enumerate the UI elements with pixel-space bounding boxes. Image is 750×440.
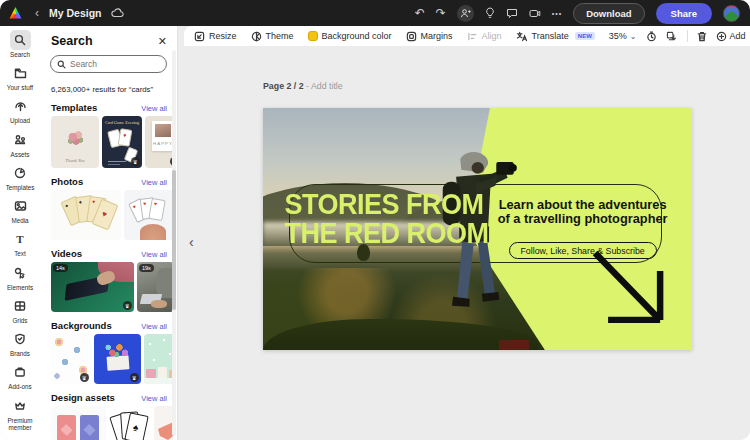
sidebar-item-text[interactable]: T Text — [0, 229, 40, 257]
crown-icon — [10, 396, 31, 416]
sidebar-item-assets[interactable]: Assets — [0, 130, 40, 158]
sidebar-item-your-stuff[interactable]: Your stuff — [0, 63, 40, 91]
design-asset-thumbnail[interactable] — [154, 406, 173, 440]
templates-row: Thank You Card Game Evening ♦ ♛ HAPPY ♛ — [51, 116, 173, 168]
timer-button[interactable] — [646, 31, 657, 42]
download-button[interactable]: Download — [573, 3, 644, 24]
canvas-page[interactable]: STORIES FROM THE RED ROOM Learn about th… — [263, 108, 692, 350]
search-panel: Search ✕ 6,263,000+ results for “cards” … — [40, 26, 178, 440]
premium-badge-icon: ♛ — [130, 373, 139, 382]
comments-icon[interactable] — [506, 8, 518, 19]
translate-button[interactable]: Translate NEW — [516, 31, 595, 42]
background-thumbnail[interactable] — [144, 334, 173, 384]
premium-badge-icon: ♛ — [131, 157, 140, 166]
panel-scrollbar-thumb[interactable] — [172, 170, 176, 310]
photo-thumbnail[interactable]: ♠ ♠ ♥ ♥ — [51, 190, 121, 240]
multipage-icon — [666, 31, 678, 42]
context-toolbar: Resize Theme Background color Margins Al… — [184, 26, 750, 46]
panel-scrollbar — [172, 50, 176, 436]
sidebar-item-elements[interactable]: Elements — [0, 263, 40, 291]
margins-button[interactable]: Margins — [406, 31, 453, 42]
section-title-videos: Videos — [51, 248, 82, 259]
resize-button[interactable]: Resize — [194, 31, 237, 42]
close-icon[interactable]: ✕ — [158, 35, 167, 48]
design-subtitle-text[interactable]: Learn about the adventures of a travelli… — [486, 198, 679, 227]
video-duration-badge: 19s — [139, 264, 154, 272]
zoom-level-control[interactable]: 35% ⌄ — [609, 31, 637, 41]
photos-row: ♠ ♠ ♥ ♥ ♥ ♥ ♥ — [51, 190, 173, 240]
video-thumbnail[interactable]: 14s ♛ — [51, 262, 134, 312]
translate-icon — [516, 31, 528, 42]
toolbar-divider — [687, 30, 688, 42]
add-collaborator-icon[interactable] — [457, 5, 474, 22]
view-all-backgrounds-link[interactable]: View all — [141, 322, 167, 331]
trash-icon — [697, 31, 707, 42]
workspace: Resize Theme Background color Margins Al… — [178, 26, 750, 440]
sidebar-item-upload[interactable]: Upload — [0, 96, 40, 124]
background-thumbnail[interactable]: ♛ — [51, 334, 91, 384]
design-asset-thumbnail[interactable]: ♛ — [51, 406, 106, 440]
search-input-wrapper — [50, 55, 167, 73]
photo-thumbnail[interactable]: ♥ ♥ ♥ — [124, 190, 173, 240]
background-thumbnail[interactable]: ♛ — [94, 334, 141, 384]
theme-icon — [251, 31, 262, 42]
more-options-icon[interactable]: ••• — [552, 10, 562, 17]
theme-button[interactable]: Theme — [251, 31, 294, 42]
arrow-down-right-icon[interactable] — [589, 248, 666, 323]
page-indicator: Page 2 / 2 - Add title — [263, 81, 343, 91]
undo-icon[interactable]: ↶ — [415, 7, 425, 19]
videos-row: 14s ♛ 19s — [51, 262, 173, 312]
video-duration-badge: 14s — [53, 264, 68, 272]
template-thumbnail[interactable]: Thank You — [51, 116, 99, 168]
adobe-express-logo-icon[interactable] — [9, 7, 22, 20]
grids-icon — [10, 296, 31, 316]
templates-icon — [10, 163, 31, 183]
sidebar-item-brands[interactable]: Brands — [0, 329, 40, 357]
sidebar-item-add-ons[interactable]: Add-ons — [0, 362, 40, 390]
view-all-videos-link[interactable]: View all — [141, 250, 167, 259]
timer-icon — [646, 31, 657, 42]
upload-icon — [10, 96, 31, 116]
section-title-design-assets: Design assets — [51, 392, 115, 403]
design-asset-thumbnail[interactable]: ♠ — [109, 406, 151, 440]
design-title-text[interactable]: STORIES FROM THE RED ROOM — [284, 190, 488, 247]
sidebar-item-media[interactable]: Media — [0, 196, 40, 224]
background-color-button[interactable]: Background color — [308, 31, 392, 41]
sidebar-item-premium[interactable]: Premium member — [0, 396, 40, 431]
add-title-button[interactable]: - Add title — [306, 81, 343, 91]
text-icon: T — [10, 229, 31, 249]
suggestions-lightbulb-icon[interactable] — [485, 7, 495, 19]
collapse-panel-icon[interactable]: ‹ — [189, 234, 194, 250]
section-title-backgrounds: Backgrounds — [51, 320, 112, 331]
media-icon — [10, 196, 31, 216]
sidebar-rail: Search Your stuff Upload Assets Template… — [0, 26, 40, 440]
view-all-design-assets-link[interactable]: View all — [141, 394, 167, 403]
cloud-sync-icon[interactable] — [111, 8, 124, 18]
results-count: 6,263,000+ results for “cards” — [51, 85, 167, 94]
new-badge: NEW — [575, 32, 595, 40]
template-thumbnail[interactable]: Card Game Evening ♦ ♛ — [102, 116, 142, 168]
topbar-actions: ↶ ↷ ••• Download Share — [415, 3, 750, 24]
user-avatar[interactable] — [723, 5, 740, 22]
sidebar-item-templates[interactable]: Templates — [0, 163, 40, 191]
premium-badge-icon: ♛ — [123, 301, 132, 310]
align-button[interactable]: Align — [467, 31, 502, 42]
search-icon — [57, 60, 66, 69]
shield-icon — [10, 329, 31, 349]
add-page-button[interactable]: Add — [716, 31, 746, 42]
view-all-templates-link[interactable]: View all — [141, 104, 167, 113]
template-thumbnail[interactable]: HAPPY ♛ — [145, 116, 173, 168]
present-slides-icon[interactable] — [529, 8, 541, 19]
redo-icon[interactable]: ↷ — [436, 7, 446, 19]
video-thumbnail[interactable]: 19s — [137, 262, 173, 312]
view-all-photos-link[interactable]: View all — [141, 178, 167, 187]
back-icon[interactable]: ‹ — [35, 6, 39, 20]
document-title[interactable]: My Design — [49, 7, 102, 19]
sidebar-item-grids[interactable]: Grids — [0, 296, 40, 324]
sidebar-item-search[interactable]: Search — [0, 30, 40, 58]
add-ons-icon — [10, 362, 31, 382]
multipage-view-button[interactable] — [666, 31, 678, 42]
search-input[interactable] — [70, 59, 160, 69]
delete-page-button[interactable] — [697, 31, 707, 42]
share-button[interactable]: Share — [656, 3, 712, 24]
